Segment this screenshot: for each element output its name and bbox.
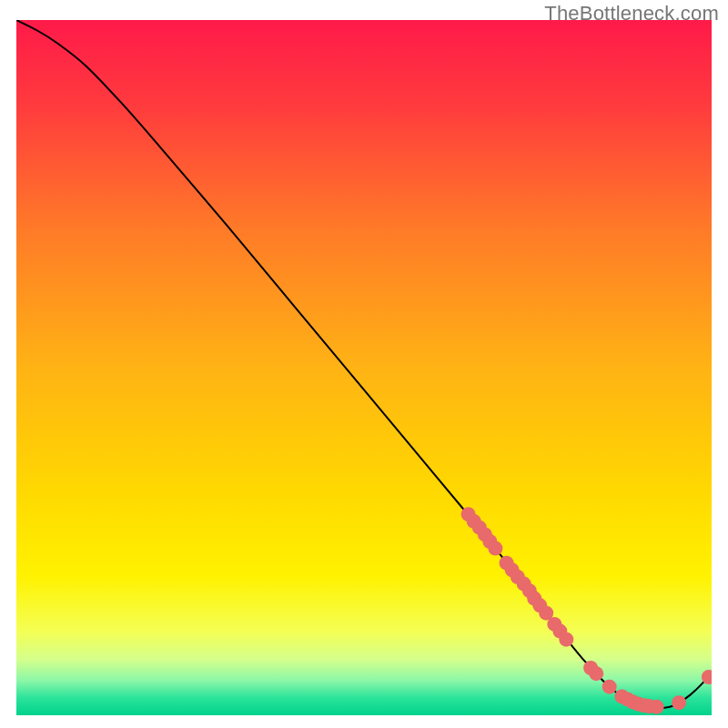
bottleneck-curve-line	[16, 20, 712, 708]
highlight-dot	[488, 541, 502, 556]
highlight-dot	[650, 700, 664, 714]
highlight-dot	[602, 680, 617, 694]
highlight-dot	[672, 695, 686, 710]
chart-plot-area	[16, 20, 712, 715]
chart-foreground	[16, 20, 712, 715]
highlight-dots-group	[461, 507, 712, 714]
highlight-dot	[589, 666, 603, 681]
highlight-dot	[559, 632, 573, 647]
